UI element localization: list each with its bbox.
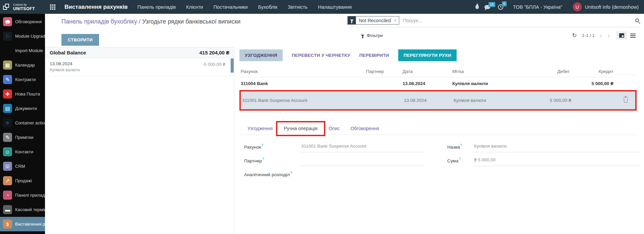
filters-funnel-icon: [361, 35, 364, 37]
col-label: Мітка: [451, 67, 532, 77]
sidebar-item-nova-poshta[interactable]: ✚ Нова Пошта: [0, 87, 45, 101]
refresh-icon[interactable]: ↻: [572, 33, 577, 38]
pager: ↻ 1-1 / 1 ‹ ›: [572, 31, 639, 40]
cell-debit: [532, 80, 571, 87]
scrollbar-thumb[interactable]: [231, 58, 234, 73]
validate-button[interactable]: ПЕРЕВІРИТИ: [359, 49, 389, 61]
unitsoft-logo[interactable]: Custom by UNITSOFT: [0, 3, 45, 11]
kanban-view-icon[interactable]: [616, 31, 627, 40]
tab-reconciliation[interactable]: Узгодження: [242, 122, 278, 134]
menu-settings[interactable]: Налаштування: [317, 3, 352, 11]
sidebar-item-import-module[interactable]: Import Module: [0, 43, 45, 58]
cell-account: 311004 Bank: [239, 77, 365, 90]
notebook-tabs: Узгодження Ручна операція Опис Обговорен…: [239, 122, 637, 135]
sidebar-item-documents[interactable]: ▤ Документи: [0, 101, 45, 116]
menu-reporting[interactable]: Звітність: [287, 3, 308, 11]
partner-field[interactable]: [301, 157, 425, 166]
cell-credit: 5 000,00 ₴: [571, 77, 615, 90]
cell-partner: [366, 94, 403, 107]
col-date: Дата: [401, 67, 451, 77]
main-content: Панель приладів бухобліку / Узгодьте ряд…: [45, 14, 644, 234]
sidebar-item-dashboards[interactable]: ◔ Панелі приладів: [0, 188, 45, 202]
table-header-row: Рахунок Партнер Дата Мітка Дебет Кредит: [239, 67, 637, 77]
dashboards-icon: ◔: [3, 191, 12, 200]
activities-badge: 6: [502, 1, 507, 6]
sidebar-item-sales[interactable]: ↗ Продажі: [0, 173, 45, 188]
analytic-label: Аналітичний розподіл?: [244, 170, 301, 177]
filter-tag-close-icon[interactable]: ×: [393, 18, 399, 23]
help-icon[interactable]: ?: [261, 144, 263, 147]
account-field[interactable]: 311001 Bank Suspense Account: [301, 143, 425, 152]
help-icon[interactable]: ?: [460, 144, 462, 147]
reconcile-button[interactable]: УЗГОДЖЕННЯ: [239, 49, 283, 61]
reconcile-actions: УЗГОДЖЕННЯ ПЕРЕВЕСТИ У ЧЕРНЕТКУ ПЕРЕВІРИ…: [239, 49, 644, 61]
sidebar-item-notes[interactable]: ✎ Примітки: [0, 130, 45, 145]
help-icon[interactable]: ?: [459, 157, 461, 161]
statement-lines-pane: Global Balance 415 204,00 ₴ 13.08.2024 К…: [45, 47, 234, 234]
name-field[interactable]: Купівля валюти: [473, 143, 641, 152]
menu-vendors[interactable]: Постачальники: [213, 3, 248, 11]
menu-customers[interactable]: Клієнти: [185, 3, 203, 11]
menu-accounting[interactable]: Бухоблік: [258, 3, 278, 11]
cell-partner: [365, 80, 401, 87]
table-row-selected[interactable]: 311001 Bank Suspense Account 13.08.2024 …: [241, 91, 635, 109]
pager-prev-icon[interactable]: ‹: [600, 33, 602, 39]
help-icon[interactable]: ?: [262, 157, 264, 161]
breadcrumb-parent[interactable]: Панель приладів бухобліку: [61, 18, 137, 25]
tab-discussion[interactable]: Обговорення: [345, 122, 384, 134]
messages-icon[interactable]: 16: [485, 5, 490, 9]
pager-range: 1-1 / 1: [582, 33, 595, 38]
create-button[interactable]: СТВОРИТИ: [61, 34, 99, 46]
account-field-row: Рахунок? 311001 Bank Suspense Account: [244, 143, 425, 152]
sidebar-item-contracts[interactable]: ✎ Контракти: [0, 72, 45, 87]
trash-icon[interactable]: [624, 99, 628, 103]
reconcile-pane: УЗГОДЖЕННЯ ПЕРЕВЕСТИ У ЧЕРНЕТКУ ПЕРЕВІРИ…: [235, 47, 644, 234]
container-actions-icon: ❖: [3, 118, 12, 127]
user-menu[interactable]: U Unitsoft info (demoshow): [573, 2, 639, 11]
statement-line-amount: -5 000,00 ₴: [202, 62, 225, 67]
sidebar-item-contacts[interactable]: ☺ Контакти: [0, 145, 45, 159]
table-row[interactable]: 311004 Bank 13.08.2024 Купівля валюти 5 …: [239, 77, 637, 90]
contracts-icon: ✎: [3, 75, 12, 84]
view-moves-button[interactable]: ПЕРЕГЛЯНУТИ РУХИ: [398, 49, 457, 61]
reset-to-draft-button[interactable]: ПЕРЕВЕСТИ У ЧЕРНЕТКУ: [292, 49, 350, 61]
cell-credit: [572, 94, 616, 107]
amount-field[interactable]: ₴ 5 000,00: [473, 157, 641, 166]
sidebar-item-partial[interactable]: [0, 231, 45, 234]
tab-manual-operation[interactable]: Ручна операція: [278, 122, 323, 135]
col-credit: Кредит: [571, 67, 615, 77]
sidebar-item-container-actions[interactable]: ❖ Container actions: [0, 116, 45, 130]
logo-line2: UNITSOFT: [13, 6, 35, 11]
name-field-row: Назва? Купівля валюти: [447, 143, 641, 152]
menu-dashboard[interactable]: Панель приладів: [137, 3, 176, 11]
app-title[interactable]: Виставлення рахунків: [64, 4, 128, 10]
breadcrumb-separator: /: [139, 18, 140, 25]
notes-icon: ✎: [3, 133, 12, 142]
apps-grid-icon[interactable]: [50, 4, 56, 10]
col-partner: Партнер: [365, 67, 401, 77]
filters-button[interactable]: Фільтри: [361, 33, 383, 38]
nova-poshta-icon: ✚: [3, 89, 12, 99]
col-debit: Дебет: [532, 67, 571, 77]
debug-bug-icon[interactable]: [475, 5, 479, 9]
search-icon[interactable]: [635, 18, 639, 22]
search-input[interactable]: [403, 17, 632, 23]
sidebar-item-invoicing[interactable]: $ Виставлення ра...: [0, 217, 45, 231]
pager-next-icon[interactable]: ›: [607, 33, 610, 39]
tab-description[interactable]: Опис: [323, 122, 345, 134]
sidebar-item-pos[interactable]: ▬ Касовий термін...: [0, 202, 45, 217]
activities-clock-icon[interactable]: 6: [498, 4, 503, 10]
sidebar-item-discuss[interactable]: Обговорення: [0, 14, 45, 29]
analytic-field[interactable]: [301, 170, 425, 180]
import-module-icon: [3, 46, 12, 55]
sidebar-item-calendar[interactable]: ▦ Календар: [0, 58, 45, 72]
statement-line-item[interactable]: 13.08.2024 Купівля валюти -5 000,00 ₴: [45, 58, 234, 76]
search-filter-tag[interactable]: Not Reconciled ×: [348, 16, 399, 25]
cell-date: 13.08.2024: [403, 91, 452, 109]
sidebar-item-module-upgrade[interactable]: ↻ Module Upgrade: [0, 29, 45, 43]
module-upgrade-icon: ↻: [3, 32, 12, 41]
list-view-icon[interactable]: [627, 31, 639, 40]
company-switcher[interactable]: ТОВ "БПЛА - Україна": [513, 4, 562, 10]
sidebar-item-crm[interactable]: ☏ CRM: [0, 159, 45, 173]
help-icon[interactable]: ?: [290, 171, 292, 175]
